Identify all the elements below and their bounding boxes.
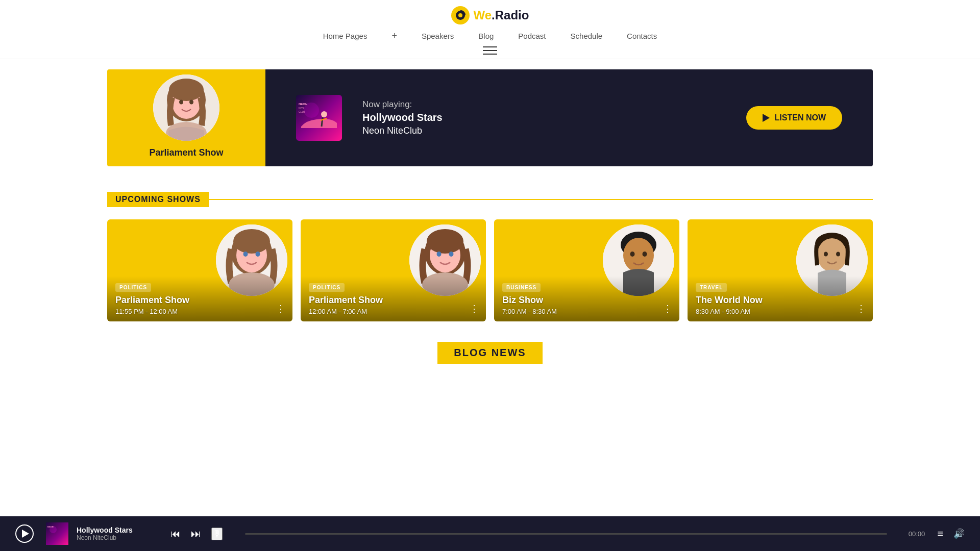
svg-point-28 (449, 252, 454, 257)
player-bar: NEON Hollywood Stars Neon NiteClub ⏮ ⏭ 🎙… (0, 516, 980, 551)
svg-point-34 (643, 252, 647, 257)
show-info-2: POLITICS Parliament Show 12:00 AM - 7:00… (301, 276, 486, 321)
svg-point-20 (243, 252, 248, 257)
section-header: UPCOMING SHOWS (107, 192, 873, 207)
svg-text:NEON: NEON (47, 525, 54, 528)
player-prev-button[interactable]: ⏮ (170, 528, 181, 540)
now-playing-label: Now playing: (362, 99, 443, 110)
now-playing-info: Now playing: Hollywood Stars Neon NiteCl… (362, 99, 443, 136)
show-time-3: 7:00 AM - 8:30 AM (502, 308, 671, 315)
blog-section: BLOG NEWS (0, 337, 980, 384)
nav-menu: Home Pages + Speakers Blog Podcast Sched… (323, 31, 657, 41)
player-track-info: NEON Hollywood Stars Neon NiteClub (46, 522, 148, 545)
show-name-2: Parliament Show (309, 295, 478, 306)
svg-point-1 (458, 13, 462, 17)
svg-text:NITE: NITE (299, 107, 305, 110)
nav-plus-icon[interactable]: + (391, 31, 397, 41)
hero-avatar (153, 74, 219, 141)
svg-point-38 (817, 238, 847, 272)
player-right-controls: ≡ 🔊 (937, 528, 965, 540)
nav-podcast[interactable]: Podcast (518, 32, 546, 40)
nav-schedule[interactable]: Schedule (571, 32, 603, 40)
nav-blog[interactable]: Blog (478, 32, 494, 40)
show-category-2: POLITICS (309, 283, 345, 292)
show-category-1: POLITICS (115, 283, 151, 292)
shows-grid: POLITICS Parliament Show 11:55 PM - 12:0… (107, 219, 873, 321)
play-icon (763, 114, 770, 122)
section-title: UPCOMING SHOWS (107, 192, 209, 207)
listen-now-button[interactable]: LISTEN NOW (746, 106, 842, 130)
player-queue-button[interactable]: ≡ (937, 528, 943, 540)
nav-speakers[interactable]: Speakers (422, 32, 454, 40)
show-card-2[interactable]: POLITICS Parliament Show 12:00 AM - 7:00… (301, 219, 486, 321)
player-track-subtitle: Neon NiteClub (77, 534, 133, 541)
show-info-1: POLITICS Parliament Show 11:55 PM - 12:0… (107, 276, 292, 321)
player-next-button[interactable]: ⏭ (191, 528, 201, 540)
player-track-title: Hollywood Stars (77, 526, 133, 534)
site-name: We.Radio (474, 8, 529, 22)
hamburger-menu[interactable] (483, 46, 497, 55)
svg-point-39 (824, 252, 828, 257)
show-name-1: Parliament Show (115, 295, 284, 306)
player-time: 00:00 (899, 530, 925, 538)
svg-point-33 (630, 252, 635, 257)
svg-rect-10 (296, 95, 342, 141)
hero-show-name: Parliament Show (149, 147, 223, 158)
svg-point-21 (256, 252, 260, 257)
svg-point-26 (427, 229, 463, 254)
show-info-4: TRAVEL The World Now 8:30 AM - 9:00 AM (688, 276, 873, 321)
show-card-4[interactable]: TRAVEL The World Now 8:30 AM - 9:00 AM ⋮ (688, 219, 873, 321)
hero-banner: Parliament Show (107, 69, 873, 166)
show-card-3[interactable]: BUSINESS Biz Show 7:00 AM - 8:30 AM ⋮ (494, 219, 679, 321)
show-name-3: Biz Show (502, 295, 671, 306)
hero-player: NEON NITE CLUB Now playing: Hollywood St… (265, 69, 873, 166)
show-category-4: TRAVEL (696, 283, 727, 292)
svg-point-5 (169, 79, 204, 101)
show-time-4: 8:30 AM - 9:00 AM (696, 308, 865, 315)
logo[interactable]: We.Radio (451, 6, 529, 24)
svg-point-6 (179, 100, 183, 105)
logo-icon (451, 6, 470, 24)
show-menu-3[interactable]: ⋮ (663, 303, 672, 314)
svg-text:NEON: NEON (299, 103, 307, 106)
show-name-4: The World Now (696, 295, 865, 306)
player-volume-button[interactable]: 🔊 (953, 528, 965, 539)
player-progress-bar[interactable] (245, 533, 887, 535)
upcoming-shows-section: UPCOMING SHOWS (0, 177, 980, 337)
blog-title: BLOG NEWS (437, 342, 542, 364)
show-card-1[interactable]: POLITICS Parliament Show 11:55 PM - 12:0… (107, 219, 292, 321)
player-mic-button[interactable]: 🎙 (211, 528, 223, 540)
album-art: NEON NITE CLUB (296, 95, 342, 141)
show-time-2: 12:00 AM - 7:00 AM (309, 308, 478, 315)
show-time-1: 11:55 PM - 12:00 AM (115, 308, 284, 315)
nav-home[interactable]: Home Pages (323, 32, 368, 40)
svg-text:CLUB: CLUB (299, 110, 306, 113)
show-menu-1[interactable]: ⋮ (276, 303, 285, 314)
svg-point-11 (321, 111, 327, 117)
svg-point-7 (189, 100, 193, 105)
svg-point-40 (836, 252, 840, 257)
show-category-3: BUSINESS (502, 283, 541, 292)
svg-point-32 (623, 238, 654, 272)
player-album-art: NEON (46, 522, 68, 545)
blog-title-wrap: BLOG NEWS (107, 342, 873, 364)
navbar: We.Radio Home Pages + Speakers Blog Podc… (0, 0, 980, 59)
hero-show-info: Parliament Show (107, 69, 265, 166)
now-playing-subtitle: Neon NiteClub (362, 126, 443, 136)
svg-point-27 (437, 252, 442, 257)
player-play-button[interactable] (15, 524, 34, 543)
show-menu-4[interactable]: ⋮ (856, 303, 866, 314)
svg-point-19 (233, 229, 270, 254)
section-divider (209, 199, 873, 200)
player-play-icon (22, 530, 29, 538)
now-playing-track: Hollywood Stars (362, 112, 443, 123)
nav-contacts[interactable]: Contacts (627, 32, 657, 40)
show-info-3: BUSINESS Biz Show 7:00 AM - 8:30 AM (494, 276, 679, 321)
player-controls: ⏮ ⏭ 🎙 (170, 528, 223, 540)
show-menu-2[interactable]: ⋮ (470, 303, 479, 314)
